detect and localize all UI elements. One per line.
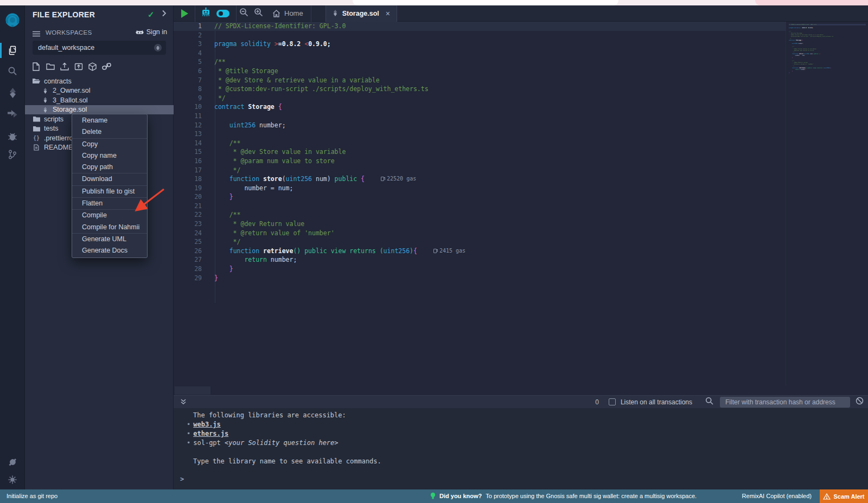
code-line-14[interactable]: 14 /**: [174, 139, 786, 148]
library-link[interactable]: web3.js: [193, 421, 221, 428]
publish-ipfs-icon[interactable]: [88, 62, 97, 71]
tab-home[interactable]: Home: [272, 9, 303, 17]
tab-storage-sol[interactable]: Storage.sol ×: [326, 5, 397, 22]
code-line-8[interactable]: 8 * @custom:dev-run-script ./scripts/dep…: [174, 85, 786, 94]
code-line-12[interactable]: 12 uint256 number;: [174, 121, 786, 130]
home-icon: [272, 10, 280, 17]
code-line-1[interactable]: 1// SPDX-License-Identifier: GPL-3.0: [174, 22, 786, 31]
workspace-stepper-icon[interactable]: [154, 44, 162, 51]
code-line-3[interactable]: 3pragma solidity >=0.8.2 <0.9.0;: [174, 40, 786, 49]
line-number: 24: [174, 229, 202, 238]
sidebar-item-solidity-compiler[interactable]: [0, 83, 25, 102]
code-line-22[interactable]: 22 /**: [174, 210, 786, 220]
sidebar-item-debugger[interactable]: [0, 127, 25, 145]
sidebar-item-git[interactable]: [0, 145, 25, 164]
terminal-collapse-icon[interactable]: [180, 397, 187, 407]
line-number: 13: [174, 130, 202, 139]
close-tab-icon[interactable]: ×: [386, 9, 390, 18]
context-menu-item-delete[interactable]: Delete: [72, 126, 147, 138]
code-editor[interactable]: 1// SPDX-License-Identifier: GPL-3.023pr…: [174, 22, 786, 386]
code-line-26[interactable]: 26 function retrieve() public view retur…: [174, 247, 786, 256]
code-line-7[interactable]: 7 * @dev Store & retrieve value in a var…: [174, 76, 786, 85]
code-line-6[interactable]: 6 * @title Storage: [174, 67, 786, 76]
browser-edge-highlight: [353, 0, 618, 5]
run-script-button[interactable]: [181, 9, 188, 18]
workspace-select[interactable]: default_workspace: [33, 41, 166, 55]
code-line-18[interactable]: 18 function store(uint256 num) public {2…: [174, 175, 786, 184]
ai-copilot-robot-icon[interactable]: [201, 7, 211, 20]
init-git-repo-button[interactable]: Initialize as git repo: [7, 493, 58, 499]
sidebar-item-search[interactable]: [0, 62, 25, 80]
transaction-filter-input[interactable]: Filter with transaction hash or address: [720, 397, 850, 408]
code-line-19[interactable]: 19 number = num;: [174, 184, 786, 193]
code-line-9[interactable]: 9 */: [174, 94, 786, 103]
sidebar-item-file-explorer[interactable]: [0, 41, 25, 60]
code-line-28[interactable]: 28 }: [174, 265, 786, 274]
zoom-out-icon[interactable]: [239, 8, 248, 19]
code-line-27[interactable]: 27 return number;: [174, 255, 786, 265]
listen-transactions-checkbox[interactable]: [609, 398, 616, 405]
terminal-prompt[interactable]: >: [180, 475, 184, 483]
sol-icon: [41, 97, 49, 103]
code-line-16[interactable]: 16 * @param num value to store: [174, 157, 786, 166]
context-menu-item-copy-path[interactable]: Copy path: [72, 162, 147, 173]
scam-alert-button[interactable]: Scam Alert: [820, 489, 868, 503]
sidebar-item-settings[interactable]: [0, 470, 25, 489]
code-line-21[interactable]: 21: [174, 202, 786, 211]
code-line-24[interactable]: 24 * @return value of 'number': [174, 229, 786, 238]
code-line-5[interactable]: 5/**: [174, 57, 786, 67]
code-line-23[interactable]: 23 * @dev Return value: [174, 220, 786, 229]
new-folder-icon[interactable]: [46, 62, 55, 71]
editor-minimap[interactable]: // SPDX-License-Identifier: GPL-3.0pragm…: [786, 22, 868, 386]
workspaces-menu-icon[interactable]: [33, 29, 40, 39]
new-file-icon[interactable]: [31, 62, 41, 71]
remix-logo-icon[interactable]: [4, 12, 21, 29]
sidebar-item-plugin-manager[interactable]: [0, 453, 25, 472]
code-line-2[interactable]: 2: [174, 31, 786, 40]
context-menu-item-rename[interactable]: Rename: [72, 115, 147, 126]
code-line-11[interactable]: 11: [174, 112, 786, 121]
line-number: 3: [174, 40, 202, 49]
filter-placeholder: Filter with transaction hash or address: [725, 398, 835, 406]
code-line-20[interactable]: 20 }: [174, 192, 786, 202]
context-menu-item-copy[interactable]: Copy: [72, 139, 147, 150]
upload-folder-icon[interactable]: [74, 62, 83, 71]
code-line-15[interactable]: 15 * @dev Store value in variable: [174, 147, 786, 157]
context-menu-item-copy-name[interactable]: Copy name: [72, 150, 147, 162]
panel-chevron-right-icon[interactable]: [162, 9, 167, 19]
sidebar-item-deploy-run[interactable]: [0, 105, 25, 124]
terminal-output[interactable]: The following libraries are accessible: …: [174, 408, 868, 489]
code-line-17[interactable]: 17 */: [174, 166, 786, 175]
terminal-library-item[interactable]: •ethers.js: [187, 429, 868, 438]
upload-file-icon[interactable]: [60, 62, 69, 71]
terminal-library-item[interactable]: •web3.js: [187, 420, 868, 429]
code-line-13[interactable]: 13: [174, 130, 786, 139]
context-menu-item-generate-docs[interactable]: Generate Docs: [72, 245, 147, 256]
context-menu-item-compile-for-nahmii[interactable]: Compile for Nahmii: [72, 222, 147, 233]
tree-item-label: 3_Ballot.sol: [53, 96, 88, 104]
terminal-search-icon[interactable]: [705, 397, 713, 407]
code-line-10[interactable]: 10contract Storage {: [174, 102, 786, 112]
tree-item-contracts[interactable]: contracts: [25, 76, 174, 86]
zoom-in-icon[interactable]: [254, 8, 263, 19]
horizontal-scrollbar-thumb[interactable]: [175, 386, 210, 395]
code-line-4[interactable]: 4: [174, 49, 786, 58]
sign-in-button[interactable]: Sign in: [136, 28, 167, 36]
tree-item-storage-sol[interactable]: Storage.sol: [25, 105, 174, 115]
gas-pump-icon: [381, 177, 384, 181]
library-link[interactable]: ethers.js: [193, 430, 228, 437]
tree-item-label: tests: [44, 125, 58, 132]
tab-label: Storage.sol: [342, 10, 379, 17]
tree-item-3-ballot-sol[interactable]: 3_Ballot.sol: [25, 95, 174, 105]
did-you-know-tip: Did you know? To prototype using the Gno…: [430, 492, 697, 500]
link-icon[interactable]: [102, 62, 111, 71]
copilot-status[interactable]: RemixAI Copilot (enabled): [742, 493, 812, 499]
clear-console-icon[interactable]: [856, 397, 864, 407]
tree-item-2-owner-sol[interactable]: 2_Owner.sol: [25, 86, 174, 96]
tree-item-label: .prettierro: [44, 134, 73, 142]
code-line-25[interactable]: 25 */: [174, 237, 786, 247]
tree-item-label: Storage.sol: [53, 106, 87, 113]
context-menu-item-generate-uml[interactable]: Generate UML: [72, 234, 147, 245]
code-line-29[interactable]: 29}: [174, 274, 786, 283]
ai-copilot-toggle[interactable]: [216, 10, 229, 17]
